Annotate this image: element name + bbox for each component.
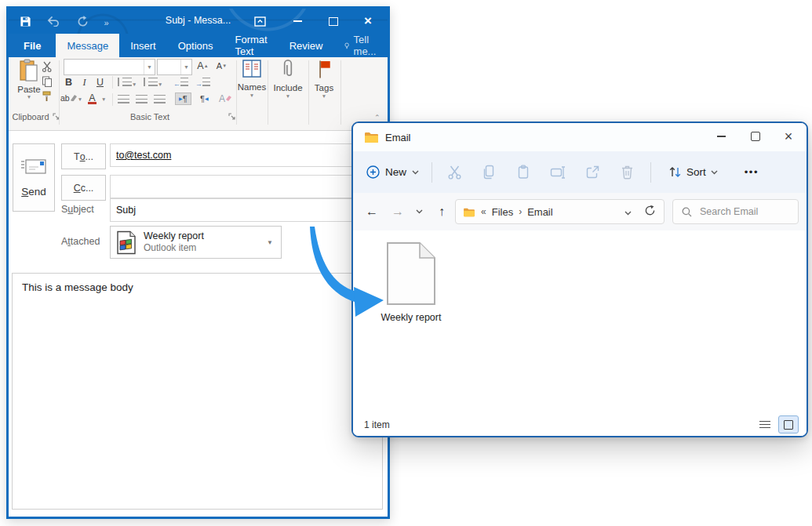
- clear-formatting-button[interactable]: A: [219, 93, 232, 104]
- right-to-left-button[interactable]: ¶◀: [198, 93, 211, 104]
- file-explorer-window: Email × New: [351, 122, 808, 437]
- rename-button[interactable]: [541, 158, 575, 187]
- names-button[interactable]: Names ▼: [239, 59, 265, 98]
- paste-icon: [19, 59, 39, 82]
- group-divider: [236, 60, 237, 125]
- names-label: Names: [238, 82, 266, 92]
- tab-options[interactable]: Options: [167, 34, 224, 57]
- new-button[interactable]: New: [366, 165, 419, 179]
- left-to-right-button[interactable]: ▶¶: [175, 93, 191, 105]
- address-box[interactable]: « Files › Email: [455, 199, 665, 224]
- collapse-ribbon-icon[interactable]: ⌃: [374, 114, 381, 122]
- cut-button[interactable]: [437, 158, 472, 187]
- tab-review[interactable]: Review: [279, 34, 334, 57]
- tab-file[interactable]: File: [9, 34, 56, 57]
- numbered-list-icon[interactable]: ▼: [144, 78, 162, 88]
- font-name-combo[interactable]: ▼: [64, 59, 155, 75]
- back-icon[interactable]: ←: [361, 201, 383, 223]
- to-button[interactable]: To...: [61, 143, 106, 169]
- plus-circle-icon: [366, 165, 380, 179]
- format-painter-icon[interactable]: [40, 89, 54, 103]
- chevron-down-icon: [711, 170, 718, 175]
- explorer-address-bar: ← → ↑ « Files › Email: [353, 193, 807, 231]
- font-size-combo[interactable]: ▼: [157, 59, 192, 75]
- highlight-button[interactable]: ab▼: [60, 93, 82, 103]
- tab-insert[interactable]: Insert: [119, 34, 167, 57]
- chevron-down-icon: [412, 170, 419, 175]
- cut-icon[interactable]: [40, 60, 54, 74]
- cc-button[interactable]: Cc...: [61, 175, 106, 201]
- maximize-button[interactable]: [320, 9, 347, 34]
- up-icon[interactable]: ↑: [431, 201, 453, 223]
- attachment-chip[interactable]: Weekly report Outlook item ▼: [110, 226, 282, 259]
- folder-icon: [463, 207, 475, 217]
- to-field[interactable]: [110, 143, 382, 167]
- tags-button[interactable]: Tags ▼: [311, 59, 337, 99]
- group-divider: [340, 60, 341, 125]
- tab-format-text[interactable]: Format Text: [224, 34, 278, 57]
- basic-text-group-label: Basic Text: [103, 112, 197, 123]
- italic-button[interactable]: I: [78, 75, 91, 89]
- grow-font-button[interactable]: A▲: [196, 59, 209, 73]
- send-button[interactable]: Send: [13, 143, 55, 212]
- align-center-icon[interactable]: [136, 95, 147, 103]
- close-button[interactable]: ×: [355, 9, 381, 34]
- forward-icon[interactable]: →: [387, 201, 409, 223]
- clipboard-group-label: Clipboard: [10, 112, 51, 123]
- search-icon: [682, 207, 692, 217]
- tab-tell-me[interactable]: Tell me...: [333, 34, 390, 57]
- explorer-minimize-button[interactable]: [705, 123, 737, 150]
- align-left-icon[interactable]: [118, 95, 129, 103]
- divider: [112, 93, 113, 106]
- ribbon-display-options-icon[interactable]: [246, 9, 273, 34]
- align-right-icon[interactable]: [154, 95, 166, 103]
- item-count: 1 item: [364, 419, 390, 430]
- highlight-pen-icon: [70, 93, 78, 101]
- tab-message[interactable]: Message: [56, 34, 119, 57]
- bold-button[interactable]: B: [62, 75, 75, 89]
- outlook-titlebar: » Subj - Messa... ×: [9, 9, 388, 34]
- explorer-maximize-button[interactable]: [739, 123, 772, 150]
- search-box[interactable]: [672, 199, 799, 224]
- recent-locations-icon[interactable]: [410, 201, 428, 223]
- breadcrumb-chevron: ›: [519, 206, 522, 217]
- delete-button[interactable]: [610, 158, 644, 187]
- send-envelope-icon: [20, 158, 47, 176]
- sort-button[interactable]: Sort: [668, 165, 718, 179]
- explorer-statusbar: 1 item: [353, 413, 807, 436]
- decrease-indent-icon[interactable]: ←: [173, 78, 188, 88]
- paste-button[interactable]: [506, 158, 541, 187]
- copy-icon[interactable]: [40, 74, 54, 89]
- attachment-dropdown-icon[interactable]: ▼: [267, 239, 273, 246]
- clipboard-dialog-launcher-icon[interactable]: [53, 113, 61, 122]
- explorer-toolbar: New: [353, 151, 807, 194]
- share-button[interactable]: [575, 158, 610, 187]
- include-button[interactable]: Include ▼: [270, 59, 306, 99]
- address-dropdown-icon[interactable]: [624, 206, 632, 218]
- minimize-button[interactable]: [284, 9, 311, 34]
- font-color-button[interactable]: A: [88, 93, 96, 104]
- group-divider: [268, 60, 268, 125]
- bullet-list-icon[interactable]: ▼: [118, 78, 137, 88]
- see-more-icon[interactable]: •••: [745, 166, 759, 178]
- refresh-icon[interactable]: [644, 205, 656, 219]
- subject-field[interactable]: [110, 198, 382, 222]
- cc-field[interactable]: [110, 175, 382, 198]
- details-view-icon[interactable]: [759, 421, 770, 429]
- explorer-close-button[interactable]: ×: [772, 123, 805, 150]
- sort-arrows-icon: [668, 165, 682, 179]
- breadcrumb-email[interactable]: Email: [527, 206, 553, 218]
- sort-label: Sort: [686, 166, 706, 178]
- ribbon-tab-bar: File Message Insert Options Format Text …: [9, 34, 388, 57]
- copy-button[interactable]: [472, 158, 506, 187]
- large-icons-view-icon[interactable]: [778, 415, 799, 433]
- shrink-font-button[interactable]: A▼: [215, 59, 228, 73]
- increase-indent-icon[interactable]: →: [195, 78, 210, 88]
- underline-button[interactable]: U: [93, 75, 107, 89]
- group-divider: [59, 60, 60, 125]
- subject-label: Subject: [61, 204, 94, 215]
- search-input[interactable]: [698, 205, 788, 218]
- eraser-icon: [225, 95, 232, 102]
- breadcrumb-files[interactable]: Files: [492, 206, 513, 218]
- font-color-dropdown-icon[interactable]: ▼: [101, 96, 106, 102]
